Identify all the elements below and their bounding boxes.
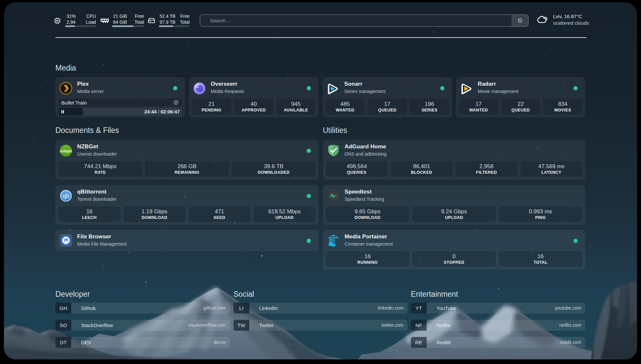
svg-text:qb: qb — [62, 193, 69, 199]
svg-text:nzbget: nzbget — [60, 149, 72, 153]
